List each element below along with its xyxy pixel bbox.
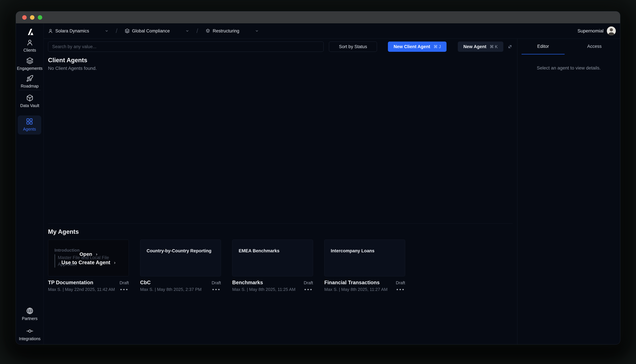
agent-name: CbC: [140, 280, 151, 286]
sidebar-item-label: Roadmap: [16, 84, 44, 88]
main-content: Sort by Status New Client Agent ⌘ J New …: [44, 39, 517, 344]
sidebar-item-label: Integrations: [16, 336, 44, 341]
client-agents-heading: Client Agents: [48, 57, 513, 64]
new-client-agent-button[interactable]: New Client Agent ⌘ J: [388, 42, 446, 52]
agent-status-badge: Draft: [304, 280, 313, 286]
new-agent-label: New Agent: [463, 44, 486, 49]
breadcrumb: Solara Dynamics / Global Compliance: [48, 28, 259, 34]
globe-icon: [16, 307, 44, 314]
chevron-down-icon: [185, 29, 189, 33]
agent-card[interactable]: Country-by-Country Reporting: [140, 240, 221, 276]
agent-card-open-link[interactable]: Open ›: [48, 251, 129, 257]
agent-status-badge: Draft: [212, 280, 221, 286]
section-divider: [48, 224, 513, 224]
chevron-down-icon: [255, 29, 259, 33]
agent-meta: Max S. | May 8th 2025, 11:25 AM: [232, 287, 295, 292]
agent-card[interactable]: Intercompany Loans: [324, 240, 405, 276]
agent-name: TP Documentation: [48, 280, 93, 286]
more-menu-icon[interactable]: •••: [304, 288, 313, 291]
tab-editor[interactable]: Editor: [522, 39, 565, 54]
user-block: Supernomial: [577, 26, 616, 36]
slash-separator: /: [196, 28, 198, 34]
agent-card-block: EMEA Benchmarks Benchmarks Draft Max S. …: [232, 240, 313, 292]
agent-card[interactable]: EMEA Benchmarks: [232, 240, 313, 276]
breadcrumb-client-dropdown[interactable]: Solara Dynamics: [48, 28, 109, 34]
user-avatar[interactable]: [607, 26, 616, 36]
expand-diagonal-icon[interactable]: [507, 44, 513, 50]
agent-name: Financial Transactions: [324, 280, 380, 286]
rocket-icon: [16, 75, 44, 82]
card-preview-title: Country-by-Country Reporting: [147, 248, 211, 254]
diamond-stack-icon: [205, 28, 210, 34]
agent-meta: Max S. | May 8th 2025, 2:37 PM: [140, 287, 202, 292]
close-window-button[interactable]: [22, 15, 27, 20]
sidebar-item-roadmap[interactable]: Roadmap: [16, 75, 44, 88]
chevron-right-icon: ›: [96, 252, 97, 257]
agent-meta: Max S. | May 8th 2025, 11:27 AM: [324, 287, 388, 292]
sidebar-item-label: Partners: [16, 316, 44, 321]
new-agent-button[interactable]: New Agent ⌘ K: [458, 42, 503, 52]
sidebar-item-agents[interactable]: Agents: [18, 116, 41, 134]
agent-name: Benchmarks: [232, 280, 263, 286]
more-menu-icon[interactable]: •••: [120, 288, 129, 291]
content-column: Solara Dynamics / Global Compliance: [44, 23, 620, 344]
sidebar-item-label: Data Vault: [16, 103, 44, 108]
my-agents-section: My Agents Introduction Master File and L…: [48, 228, 513, 292]
sidebar: Clients Engagements Roadmap Data Vau: [16, 23, 44, 344]
agent-card[interactable]: Introduction Master File and Local File …: [48, 240, 129, 276]
cube-icon: [16, 94, 44, 102]
grid-icon: [18, 118, 41, 125]
minimize-window-button[interactable]: [30, 15, 35, 20]
open-link-label: Open: [80, 251, 92, 257]
workspace-name: Supernomial: [577, 28, 603, 34]
window-titlebar: [16, 12, 620, 23]
sidebar-item-data-vault[interactable]: Data Vault: [16, 94, 44, 108]
card-preview-title: Intercompany Loans: [331, 248, 375, 254]
shortcut-badge: ⌘ K: [490, 44, 498, 49]
agent-status-badge: Draft: [120, 280, 129, 286]
slash-separator: /: [116, 28, 117, 34]
agent-card-block: Country-by-Country Reporting CbC Draft M…: [140, 240, 221, 292]
my-agents-heading: My Agents: [48, 228, 513, 235]
sidebar-item-label: Clients: [16, 48, 44, 52]
new-client-agent-label: New Client Agent: [394, 44, 430, 49]
agent-meta: Max S. | May 22nd 2025, 11:42 AM: [48, 287, 115, 292]
shortcut-badge: ⌘ J: [433, 44, 441, 49]
app-logo-icon: [16, 28, 44, 36]
breadcrumb-project-dropdown[interactable]: Restructuring: [205, 28, 259, 34]
breadcrumb-label: Restructuring: [213, 28, 239, 34]
more-menu-icon[interactable]: •••: [212, 288, 221, 291]
node-on-line-icon: [16, 328, 44, 335]
layers-icon: [125, 28, 130, 34]
client-agents-empty-message: No Client Agents found.: [48, 66, 513, 71]
sidebar-item-engagements[interactable]: Engagements: [16, 57, 44, 71]
search-input[interactable]: [48, 42, 324, 52]
person-icon: [48, 28, 53, 34]
agent-cards-row: Introduction Master File and Local File …: [48, 240, 513, 292]
app-window: Clients Engagements Roadmap Data Vau: [16, 11, 620, 344]
card-preview-title: EMEA Benchmarks: [239, 248, 279, 254]
breadcrumb-label: Global Compliance: [132, 28, 170, 34]
sidebar-item-integrations[interactable]: Integrations: [16, 328, 44, 341]
sidebar-item-label: Engagements: [16, 66, 44, 71]
breadcrumb-engagement-dropdown[interactable]: Global Compliance: [125, 28, 189, 34]
details-panel: Editor Access Select an agent to view de…: [517, 39, 620, 344]
app-root: Clients Engagements Roadmap Data Vau: [16, 23, 620, 344]
sidebar-divider: [19, 90, 41, 90]
top-header: Solara Dynamics / Global Compliance: [44, 23, 620, 39]
chevron-down-icon: [105, 29, 109, 33]
sidebar-item-partners[interactable]: Partners: [16, 307, 44, 321]
sort-by-status-button[interactable]: Sort by Status: [329, 42, 377, 52]
panel-empty-message: Select an agent to view details.: [517, 65, 620, 71]
sidebar-item-clients[interactable]: Clients: [16, 39, 44, 52]
zoom-window-button[interactable]: [38, 15, 42, 20]
agent-card-use-link[interactable]: Use to Create Agent ›: [48, 260, 129, 266]
tab-access[interactable]: Access: [573, 39, 616, 54]
toolbar: Sort by Status New Client Agent ⌘ J New …: [48, 42, 513, 52]
agent-card-block: Introduction Master File and Local File …: [48, 240, 129, 292]
sidebar-item-label: Agents: [18, 127, 41, 132]
more-menu-icon[interactable]: •••: [396, 288, 405, 291]
use-link-label: Use to Create Agent: [62, 260, 110, 266]
person-icon: [16, 39, 44, 46]
agent-card-block: Intercompany Loans Financial Transaction…: [324, 240, 405, 292]
